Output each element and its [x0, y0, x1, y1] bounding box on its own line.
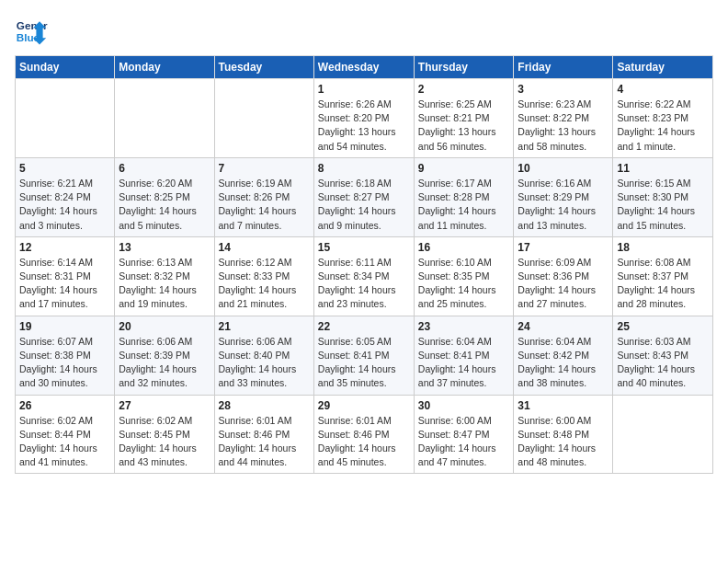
calendar-cell: 17Sunrise: 6:09 AM Sunset: 8:36 PM Dayli… — [514, 236, 613, 316]
weekday-header: Monday — [115, 56, 214, 79]
calendar-cell — [115, 79, 214, 158]
calendar-cell: 7Sunrise: 6:19 AM Sunset: 8:26 PM Daylig… — [214, 157, 313, 236]
day-number: 25 — [617, 320, 709, 333]
page-header: General Blue — [15, 15, 713, 48]
day-info: Sunrise: 6:14 AM Sunset: 8:31 PM Dayligh… — [19, 256, 110, 312]
day-info: Sunrise: 6:02 AM Sunset: 8:45 PM Dayligh… — [119, 414, 210, 470]
day-info: Sunrise: 6:13 AM Sunset: 8:32 PM Dayligh… — [119, 256, 210, 312]
day-info: Sunrise: 6:00 AM Sunset: 8:48 PM Dayligh… — [518, 414, 609, 470]
calendar-cell: 28Sunrise: 6:01 AM Sunset: 8:46 PM Dayli… — [214, 395, 313, 474]
day-number: 17 — [518, 241, 609, 254]
weekday-header: Friday — [514, 56, 613, 79]
day-info: Sunrise: 6:11 AM Sunset: 8:34 PM Dayligh… — [318, 256, 410, 312]
calendar-week-row: 5Sunrise: 6:21 AM Sunset: 8:24 PM Daylig… — [16, 157, 713, 236]
calendar-cell: 9Sunrise: 6:17 AM Sunset: 8:28 PM Daylig… — [414, 157, 514, 236]
calendar-cell: 23Sunrise: 6:04 AM Sunset: 8:41 PM Dayli… — [414, 316, 514, 395]
day-info: Sunrise: 6:01 AM Sunset: 8:46 PM Dayligh… — [318, 414, 410, 470]
day-info: Sunrise: 6:06 AM Sunset: 8:39 PM Dayligh… — [119, 335, 210, 391]
calendar-cell: 13Sunrise: 6:13 AM Sunset: 8:32 PM Dayli… — [115, 236, 214, 316]
calendar-cell: 4Sunrise: 6:22 AM Sunset: 8:23 PM Daylig… — [613, 79, 713, 158]
day-info: Sunrise: 6:06 AM Sunset: 8:40 PM Dayligh… — [219, 335, 310, 391]
day-info: Sunrise: 6:10 AM Sunset: 8:35 PM Dayligh… — [418, 256, 510, 312]
day-number: 11 — [617, 162, 709, 175]
calendar-cell: 24Sunrise: 6:04 AM Sunset: 8:42 PM Dayli… — [514, 316, 613, 395]
day-number: 4 — [617, 83, 709, 96]
day-number: 14 — [219, 241, 310, 254]
calendar-cell: 21Sunrise: 6:06 AM Sunset: 8:40 PM Dayli… — [214, 316, 313, 395]
day-info: Sunrise: 6:19 AM Sunset: 8:26 PM Dayligh… — [219, 177, 310, 233]
day-info: Sunrise: 6:05 AM Sunset: 8:41 PM Dayligh… — [318, 335, 410, 391]
weekday-header: Wednesday — [313, 56, 414, 79]
logo-icon: General Blue — [15, 15, 48, 48]
calendar-header-row: SundayMondayTuesdayWednesdayThursdayFrid… — [16, 56, 713, 79]
day-info: Sunrise: 6:25 AM Sunset: 8:21 PM Dayligh… — [418, 98, 510, 154]
calendar-cell: 3Sunrise: 6:23 AM Sunset: 8:22 PM Daylig… — [514, 79, 613, 158]
calendar-cell: 6Sunrise: 6:20 AM Sunset: 8:25 PM Daylig… — [115, 157, 214, 236]
day-info: Sunrise: 6:03 AM Sunset: 8:43 PM Dayligh… — [617, 335, 709, 391]
day-info: Sunrise: 6:08 AM Sunset: 8:37 PM Dayligh… — [617, 256, 709, 312]
day-info: Sunrise: 6:17 AM Sunset: 8:28 PM Dayligh… — [418, 177, 510, 233]
day-info: Sunrise: 6:15 AM Sunset: 8:30 PM Dayligh… — [617, 177, 709, 233]
day-number: 22 — [318, 320, 410, 333]
day-number: 31 — [518, 399, 609, 412]
calendar-cell: 30Sunrise: 6:00 AM Sunset: 8:47 PM Dayli… — [414, 395, 514, 474]
calendar-week-row: 12Sunrise: 6:14 AM Sunset: 8:31 PM Dayli… — [16, 236, 713, 316]
calendar-week-row: 26Sunrise: 6:02 AM Sunset: 8:44 PM Dayli… — [16, 395, 713, 474]
calendar-cell: 27Sunrise: 6:02 AM Sunset: 8:45 PM Dayli… — [115, 395, 214, 474]
calendar-cell: 8Sunrise: 6:18 AM Sunset: 8:27 PM Daylig… — [313, 157, 414, 236]
calendar-cell: 2Sunrise: 6:25 AM Sunset: 8:21 PM Daylig… — [414, 79, 514, 158]
calendar-cell: 26Sunrise: 6:02 AM Sunset: 8:44 PM Dayli… — [16, 395, 115, 474]
day-number: 9 — [418, 162, 510, 175]
day-number: 2 — [418, 83, 510, 96]
day-info: Sunrise: 6:02 AM Sunset: 8:44 PM Dayligh… — [19, 414, 110, 470]
day-info: Sunrise: 6:18 AM Sunset: 8:27 PM Dayligh… — [318, 177, 410, 233]
day-info: Sunrise: 6:04 AM Sunset: 8:42 PM Dayligh… — [518, 335, 609, 391]
day-info: Sunrise: 6:09 AM Sunset: 8:36 PM Dayligh… — [518, 256, 609, 312]
day-number: 5 — [19, 162, 110, 175]
calendar-cell: 31Sunrise: 6:00 AM Sunset: 8:48 PM Dayli… — [514, 395, 613, 474]
weekday-header: Saturday — [613, 56, 713, 79]
day-info: Sunrise: 6:20 AM Sunset: 8:25 PM Dayligh… — [119, 177, 210, 233]
weekday-header: Tuesday — [214, 56, 313, 79]
calendar-cell: 10Sunrise: 6:16 AM Sunset: 8:29 PM Dayli… — [514, 157, 613, 236]
day-number: 16 — [418, 241, 510, 254]
calendar-cell: 29Sunrise: 6:01 AM Sunset: 8:46 PM Dayli… — [313, 395, 414, 474]
day-number: 6 — [119, 162, 210, 175]
day-info: Sunrise: 6:00 AM Sunset: 8:47 PM Dayligh… — [418, 414, 510, 470]
day-number: 30 — [418, 399, 510, 412]
logo: General Blue — [15, 15, 48, 48]
day-number: 23 — [418, 320, 510, 333]
day-number: 12 — [19, 241, 110, 254]
calendar-cell: 12Sunrise: 6:14 AM Sunset: 8:31 PM Dayli… — [16, 236, 115, 316]
weekday-header: Sunday — [16, 56, 115, 79]
calendar-cell: 20Sunrise: 6:06 AM Sunset: 8:39 PM Dayli… — [115, 316, 214, 395]
day-number: 15 — [318, 241, 410, 254]
day-info: Sunrise: 6:26 AM Sunset: 8:20 PM Dayligh… — [318, 98, 410, 154]
day-info: Sunrise: 6:16 AM Sunset: 8:29 PM Dayligh… — [518, 177, 609, 233]
weekday-header: Thursday — [414, 56, 514, 79]
day-number: 24 — [518, 320, 609, 333]
calendar-cell — [16, 79, 115, 158]
day-info: Sunrise: 6:07 AM Sunset: 8:38 PM Dayligh… — [19, 335, 110, 391]
calendar-week-row: 19Sunrise: 6:07 AM Sunset: 8:38 PM Dayli… — [16, 316, 713, 395]
calendar-cell: 15Sunrise: 6:11 AM Sunset: 8:34 PM Dayli… — [313, 236, 414, 316]
calendar-cell: 1Sunrise: 6:26 AM Sunset: 8:20 PM Daylig… — [313, 79, 414, 158]
day-info: Sunrise: 6:04 AM Sunset: 8:41 PM Dayligh… — [418, 335, 510, 391]
calendar-cell — [214, 79, 313, 158]
calendar-table: SundayMondayTuesdayWednesdayThursdayFrid… — [15, 55, 713, 474]
day-number: 19 — [19, 320, 110, 333]
day-number: 26 — [19, 399, 110, 412]
day-number: 8 — [318, 162, 410, 175]
calendar-cell: 19Sunrise: 6:07 AM Sunset: 8:38 PM Dayli… — [16, 316, 115, 395]
day-info: Sunrise: 6:22 AM Sunset: 8:23 PM Dayligh… — [617, 98, 709, 154]
day-info: Sunrise: 6:21 AM Sunset: 8:24 PM Dayligh… — [19, 177, 110, 233]
day-number: 3 — [518, 83, 609, 96]
calendar-cell: 11Sunrise: 6:15 AM Sunset: 8:30 PM Dayli… — [613, 157, 713, 236]
day-info: Sunrise: 6:23 AM Sunset: 8:22 PM Dayligh… — [518, 98, 609, 154]
day-number: 7 — [219, 162, 310, 175]
day-number: 1 — [318, 83, 410, 96]
calendar-cell — [613, 395, 713, 474]
day-number: 10 — [518, 162, 609, 175]
calendar-cell: 14Sunrise: 6:12 AM Sunset: 8:33 PM Dayli… — [214, 236, 313, 316]
calendar-cell: 22Sunrise: 6:05 AM Sunset: 8:41 PM Dayli… — [313, 316, 414, 395]
